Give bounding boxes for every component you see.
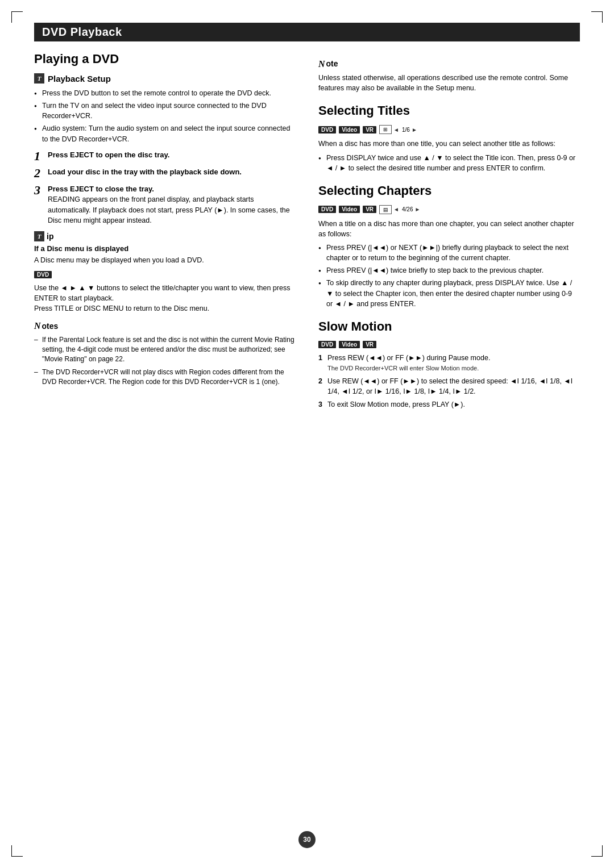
chapter-icon: ▤ [379, 205, 392, 214]
list-item: The DVD Recorder+VCR will not play discs… [34, 368, 296, 387]
slow-motion-badges: DVD Video VR [318, 341, 580, 348]
selecting-titles-bullets: Press DISPLAY twice and use ▲ / ▼ to sel… [318, 153, 580, 173]
top-note-label: ote [326, 58, 338, 69]
nav-arrow-left: ◄ [393, 127, 399, 133]
notes-list: If the Parental Lock feature is set and … [34, 335, 296, 387]
corner-mark-tl [11, 11, 23, 23]
playback-setup-bullets: Press the DVD button to set the remote c… [34, 88, 296, 144]
tip-box: T ip If a Disc menu is displayed A Disc … [34, 231, 296, 265]
selecting-chapters-body: When a title on a disc has more than one… [318, 219, 580, 239]
dvd-badge: DVD [34, 271, 52, 278]
main-content: Playing a DVD T Playback Setup Press the… [34, 52, 580, 415]
slow-motion-section: Slow Motion DVD Video VR Press REW (◄◄) … [318, 319, 580, 410]
notes-label: otes [42, 320, 59, 332]
playback-setup-heading: T Playback Setup [34, 73, 296, 84]
step-3: 3 Press EJECT to close the tray. READING… [34, 184, 296, 226]
step-small: The DVD Recorder+VCR will enter Slow Mot… [327, 365, 479, 372]
tip-icon: T [34, 231, 44, 241]
top-note-title: N ote [318, 57, 580, 70]
dvd-badge: DVD [318, 126, 336, 133]
tip-label: ip [47, 232, 53, 241]
corner-mark-bl [11, 845, 23, 857]
list-item: Turn the TV on and select the video inpu… [34, 101, 296, 121]
tip-title: T ip [34, 231, 296, 241]
dvd-badge: DVD [318, 341, 336, 348]
dvd-badge-row: DVD [34, 271, 296, 278]
nav-arrow-right: ► [414, 206, 420, 212]
right-column: N ote Unless stated otherwise, all opera… [318, 52, 580, 415]
selecting-chapters-title: Selecting Chapters [318, 183, 580, 198]
left-column: Playing a DVD T Playback Setup Press the… [34, 52, 296, 415]
page-indicator: 4/26 [402, 206, 413, 212]
step-content: Load your disc in the tray with the play… [48, 167, 242, 180]
header-title: DVD Playback [42, 26, 122, 38]
step-2: 2 Load your disc in the tray with the pl… [34, 167, 296, 180]
tip-body: A Disc menu may be displayed when you lo… [34, 255, 296, 265]
selecting-chapters-badges: DVD Video VR ▤ ◄ 4/26 ► [318, 205, 580, 214]
top-note-box: N ote Unless stated otherwise, all opera… [318, 57, 580, 93]
list-item: Press PREV (|◄◄) or NEXT (►►|) briefly d… [318, 243, 580, 263]
vr-badge: VR [363, 206, 376, 213]
notes-box: N otes If the Parental Lock feature is s… [34, 319, 296, 387]
corner-mark-br [591, 845, 603, 857]
list-item: To skip directly to any chapter during p… [318, 278, 580, 308]
list-item: Press REW (◄◄) or FF (►►) during Pause m… [318, 353, 580, 373]
slow-motion-title: Slow Motion [318, 319, 580, 334]
list-item: Press PREV (|◄◄) twice briefly to step b… [318, 265, 580, 276]
step-body: Press REW (◄◄) or FF (►►) during Pause m… [327, 354, 490, 362]
list-item: Use REW (◄◄) or FF (►►) to select the de… [318, 376, 580, 397]
top-note-body: Unless stated otherwise, all operations … [318, 73, 580, 93]
list-item: Press DISPLAY twice and use ▲ / ▼ to sel… [318, 153, 580, 173]
step-content: Press EJECT to close the tray. READING a… [48, 184, 296, 226]
playback-setup-icon: T [34, 73, 44, 84]
video-badge: Video [339, 206, 360, 213]
step-number: 1 [34, 150, 44, 162]
playback-setup-label: Playback Setup [48, 74, 111, 84]
step-body: READING appears on the front panel displ… [48, 195, 290, 224]
step-1: 1 Press EJECT to open the disc tray. [34, 150, 296, 162]
dvd-badge: DVD [318, 206, 336, 213]
dvd-section-body: Use the ◄ ► ▲ ▼ buttons to select the ti… [34, 283, 296, 314]
list-item: To exit Slow Motion mode, press PLAY (►)… [318, 399, 580, 410]
page-indicator: 1/6 [402, 127, 410, 133]
vr-badge: VR [363, 341, 376, 348]
nav-arrow-left: ◄ [393, 206, 399, 212]
step-body: Use REW (◄◄) or FF (►►) to select the de… [327, 377, 572, 395]
list-item: If the Parental Lock feature is set and … [34, 335, 296, 365]
list-item: Audio system: Turn the audio system on a… [34, 123, 296, 144]
playing-dvd-title: Playing a DVD [34, 52, 296, 66]
selecting-chapters-bullets: Press PREV (|◄◄) or NEXT (►►|) briefly d… [318, 243, 580, 309]
selecting-titles-badges: DVD Video VR ⊞ ◄ 1/6 ► [318, 125, 580, 134]
nav-arrow-right: ► [412, 127, 417, 133]
dvd-playback-header: DVD Playback [34, 23, 580, 41]
list-item: Press the DVD button to set the remote c… [34, 88, 296, 98]
selecting-titles-body: When a disc has more than one title, you… [318, 139, 580, 149]
step-number: 3 [34, 184, 44, 226]
video-badge: Video [339, 341, 360, 348]
selecting-titles-title: Selecting Titles [318, 103, 580, 118]
page-number: 30 [298, 831, 316, 848]
video-badge: Video [339, 126, 360, 133]
notes-title: N otes [34, 319, 296, 332]
selecting-titles-section: Selecting Titles DVD Video VR ⊞ ◄ 1/6 ► … [318, 103, 580, 173]
step-content: Press EJECT to open the disc tray. [48, 150, 169, 162]
corner-mark-tr [591, 11, 603, 23]
step-number: 2 [34, 167, 44, 180]
selecting-chapters-section: Selecting Chapters DVD Video VR ▤ ◄ 4/26… [318, 183, 580, 309]
step-body: To exit Slow Motion mode, press PLAY (►)… [327, 400, 465, 408]
chapter-icon: ⊞ [379, 125, 392, 134]
slow-motion-steps: Press REW (◄◄) or FF (►►) during Pause m… [318, 353, 580, 410]
vr-badge: VR [363, 126, 376, 133]
tip-subtitle: If a Disc menu is displayed [34, 244, 296, 253]
